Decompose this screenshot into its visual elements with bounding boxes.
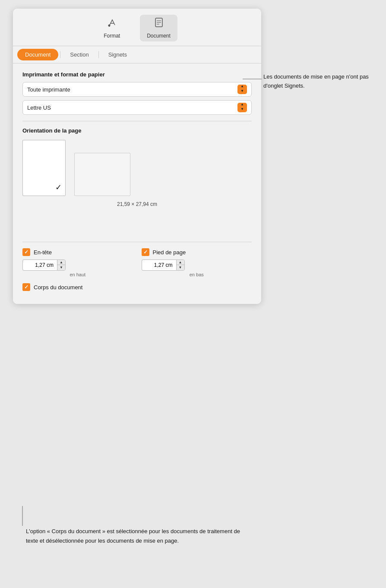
header-title-row: ✓ En-tête [22,248,133,256]
footer-step-up[interactable]: ▲ [177,260,184,265]
footer-section: ✓ Pied de page ▲ ▼ en bas [142,248,252,277]
footer-step-down[interactable]: ▼ [177,265,184,270]
footer-stepper-row: ▲ ▼ [142,259,252,271]
divider-2 [22,242,252,242]
landscape-option[interactable] [74,153,130,196]
footer-input[interactable] [142,259,176,271]
tab-document[interactable]: Document [17,49,58,60]
header-step-up[interactable]: ▲ [57,260,65,265]
footer-checkbox[interactable]: ✓ [142,248,149,256]
header-checkbox[interactable]: ✓ [22,248,30,256]
paper-select[interactable]: Lettre US ▲ ▼ [22,100,252,115]
orientation-section: Orientation de la page ✓ 21,59 × 27,94 c… [22,127,252,207]
header-stepper-row: ▲ ▼ [22,259,133,271]
dimension-text: 21,59 × 27,94 cm [22,201,252,207]
footer-stepper-arrows: ▲ ▼ [176,259,185,271]
orientation-options: ✓ [22,140,252,196]
signets-annotation: Les documents de mise en page n'ont pas … [263,73,380,91]
paper-arrow-icon: ▲ ▼ [237,103,247,112]
portrait-preview: ✓ [22,140,66,196]
corps-checkbox[interactable]: ✓ [22,283,30,291]
format-icon [106,17,117,31]
footer-label: Pied de page [153,249,186,256]
printer-arrow-icon: ▲ ▼ [237,85,247,94]
format-label: Format [104,33,120,39]
panel: Format Document Document Section Signets… [13,9,261,304]
header-section: ✓ En-tête ▲ ▼ en haut [22,248,133,277]
document-icon [153,17,165,31]
header-sub-label: en haut [22,272,133,277]
corps-annotation: L'option « Corps du document » est sélec… [26,527,250,546]
document-button[interactable]: Document [140,15,177,41]
header-footer-row: ✓ En-tête ▲ ▼ en haut ✓ Pied de page [22,248,252,277]
tab-signets[interactable]: Signets [101,49,135,60]
footer-title-row: ✓ Pied de page [142,248,252,256]
header-label: En-tête [34,249,52,256]
printer-section: Imprimante et format de papier Toute imp… [22,71,252,115]
content-area: Imprimante et format de papier Toute imp… [13,63,261,304]
portrait-option[interactable]: ✓ [22,140,66,196]
printer-section-label: Imprimante et format de papier [22,71,252,78]
printer-select[interactable]: Toute imprimante ▲ ▼ [22,82,252,97]
toolbar: Format Document [13,9,261,46]
divider-1 [22,121,252,121]
tab-divider-1 [60,51,60,58]
corps-row: ✓ Corps du document [22,283,252,295]
landscape-preview [74,153,130,196]
document-toolbar-label: Document [147,33,171,39]
tab-bar: Document Section Signets [13,46,261,63]
format-button[interactable]: Format [97,15,127,41]
portrait-checkmark: ✓ [55,183,62,192]
header-step-down[interactable]: ▼ [57,265,65,270]
tab-divider-2 [98,51,99,58]
tab-section[interactable]: Section [62,49,96,60]
paper-value: Lettre US [27,104,237,111]
printer-value: Toute imprimante [27,86,237,93]
orientation-label: Orientation de la page [22,127,252,134]
footer-sub-label: en bas [142,272,252,277]
header-input[interactable] [22,259,57,271]
header-stepper-arrows: ▲ ▼ [57,259,66,271]
corps-label: Corps du document [34,284,82,291]
